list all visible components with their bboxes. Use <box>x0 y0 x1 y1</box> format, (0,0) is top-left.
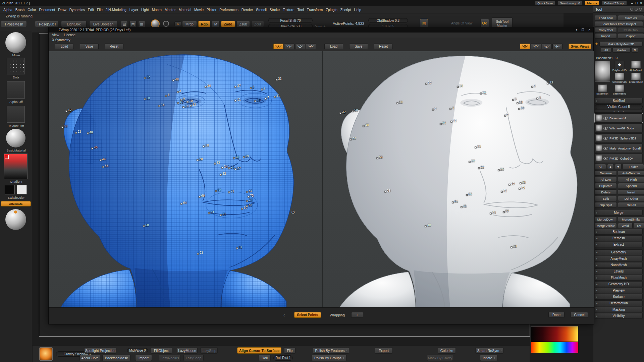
menu-dynamics[interactable]: Dynamics <box>69 8 85 12</box>
correspondence-point[interactable]: 6 <box>165 95 167 97</box>
menu-preferences[interactable]: Preferences <box>219 8 238 12</box>
eye-icon[interactable] <box>603 157 608 160</box>
correspondence-point[interactable]: 26 <box>228 168 230 169</box>
zwrap-viewport-target[interactable]: 1234361333024513342509411910484456132022… <box>323 51 594 308</box>
split-button[interactable]: Split <box>595 196 617 201</box>
delete-button[interactable]: Delete <box>595 189 617 195</box>
flip-button[interactable]: Flip <box>284 347 296 354</box>
roll-button[interactable]: Roll <box>259 355 271 361</box>
correspondence-point[interactable]: 65 <box>520 182 521 184</box>
polish-by-groups-button[interactable]: Polish By Groups <box>312 355 346 361</box>
export-button[interactable]: Export <box>375 347 393 354</box>
visible-count-slider[interactable]: Visible Count 5 <box>595 104 643 109</box>
recent-tool-eraserbrush[interactable]: EraserBrush <box>628 73 644 83</box>
correspondence-point[interactable]: 30 <box>144 99 146 100</box>
menu-material[interactable]: Material <box>179 8 191 12</box>
prev-step-arrow[interactable]: ‹ <box>283 312 285 318</box>
tool-palette-header[interactable]: Tool <box>593 6 644 13</box>
correspondence-point[interactable]: 1 <box>532 86 533 88</box>
section-geometry-hd[interactable]: ▸Geometry HD <box>595 281 643 287</box>
polish-by-features-button[interactable]: Polish By Features <box>313 347 349 354</box>
del-other-button[interactable]: Del Other <box>618 196 644 201</box>
correspondence-point[interactable]: 3 <box>536 98 538 99</box>
correspondence-point[interactable]: 20 <box>469 161 471 163</box>
zadd-button[interactable]: Zadd <box>221 21 235 27</box>
obj-shadow-slider[interactable]: ObjShadow 0.3 <box>368 18 408 23</box>
correspondence-point[interactable]: 52 <box>75 132 77 133</box>
mergedown-button[interactable]: MergeDown <box>595 217 617 222</box>
window-close-icon[interactable]: × <box>640 1 642 5</box>
correspondence-point[interactable]: 64 <box>181 203 182 205</box>
section-deformation[interactable]: ▸Deformation <box>595 300 643 306</box>
correspondence-point[interactable]: 30 <box>397 103 398 104</box>
autoreorder-button[interactable]: AutoReorder <box>618 170 644 176</box>
section-layers[interactable]: ▸Layers <box>595 268 643 274</box>
projection-master-icon[interactable]: Qo <box>480 19 489 27</box>
correspondence-point[interactable]: 42 <box>65 111 67 112</box>
palette-circle-icon[interactable] <box>635 8 638 11</box>
section-geometry[interactable]: ▸Geometry <box>595 249 643 255</box>
grp-split-button[interactable]: Grp Split <box>595 202 617 207</box>
correspondence-point[interactable]: 9 <box>504 115 506 116</box>
axis-button-z[interactable]: >Z< <box>542 44 552 49</box>
eye-icon[interactable] <box>603 117 608 120</box>
correspondence-point[interactable]: 64 <box>452 202 454 203</box>
correspondence-point[interactable]: 94 <box>440 123 441 125</box>
rgb-button[interactable]: Rgb <box>198 21 210 27</box>
eye-icon[interactable] <box>603 147 608 150</box>
subtool-row-pm3d-cube3d4[interactable]: PM3D_Cube3D4 <box>595 154 643 163</box>
load-tool-button[interactable]: Load Tool <box>595 15 617 20</box>
correspondence-point[interactable]: 63 <box>511 247 513 248</box>
correspondence-point[interactable]: 44 <box>100 159 101 161</box>
menu-picker[interactable]: Picker <box>207 8 216 12</box>
menu-draw[interactable]: Draw <box>58 8 66 12</box>
axis-button-z[interactable]: >Z< <box>295 44 305 49</box>
lazymouse-button[interactable]: LazyMouse <box>177 347 198 354</box>
axis-button-x[interactable]: >X< <box>273 44 283 49</box>
mrgb-button[interactable]: Mrgb <box>182 21 197 27</box>
correspondence-point[interactable]: 66 <box>199 196 200 198</box>
stroke-thumbnail[interactable] <box>7 58 25 74</box>
window-maximize-icon[interactable]: ❐ <box>635 1 638 5</box>
color-gradient-panel[interactable] <box>531 326 578 353</box>
next-step-arrow[interactable]: › <box>351 312 363 318</box>
correspondence-point[interactable]: 56 <box>377 157 378 159</box>
correspondence-point[interactable]: 18 <box>203 146 205 147</box>
save-as-button[interactable]: Save As <box>618 15 644 20</box>
weld-button[interactable]: Weld <box>618 223 633 228</box>
goz-visible-button[interactable]: Visible <box>612 47 631 53</box>
section-boolean[interactable]: ▸Boolean <box>595 229 643 235</box>
axis-button-y[interactable]: >Y< <box>531 44 541 49</box>
lazyradius-button[interactable]: LazyRadius <box>159 355 181 361</box>
zwrap-load-mid-button[interactable]: Load <box>324 44 343 49</box>
correspondence-point[interactable]: 71 <box>228 192 230 193</box>
zwrap-minimize-icon[interactable]: ▾ <box>576 28 578 32</box>
goz-r-button[interactable]: R <box>632 47 638 53</box>
correspondence-point[interactable]: 13 <box>475 147 477 148</box>
fillobject-button[interactable]: FillObject <box>151 347 172 354</box>
menu-brush[interactable]: Brush <box>15 8 24 12</box>
section-surface[interactable]: ▸Surface <box>595 294 643 300</box>
accucurve-button[interactable]: AccuCurve <box>79 355 100 361</box>
append-button[interactable]: Append <box>618 183 644 188</box>
correspondence-point[interactable]: 3 <box>261 89 263 90</box>
stroke-circle-icon[interactable] <box>163 21 169 27</box>
menu-transform[interactable]: Transform <box>307 8 323 12</box>
correspondence-point[interactable]: 60 <box>143 226 145 227</box>
correspondence-point[interactable]: 69 <box>241 208 243 209</box>
correspondence-point[interactable]: 33 <box>547 82 549 84</box>
zwrap-save-mid-button[interactable]: Save <box>349 44 368 49</box>
focal-shift-slider[interactable]: Focal Shift 70 <box>268 18 313 23</box>
import-button[interactable]: Import <box>135 355 152 361</box>
insert-button[interactable]: Insert <box>618 189 644 195</box>
correspondence-point[interactable]: 61 <box>461 206 463 208</box>
correspondence-point[interactable]: 4 <box>450 108 451 110</box>
correspondence-point[interactable]: 56 <box>103 166 104 168</box>
correspondence-point[interactable]: 27 <box>235 168 236 170</box>
quicksave-button[interactable]: QuickSave <box>535 1 555 5</box>
zwrap-menu-license[interactable]: License <box>64 33 75 37</box>
menu-jin-modeling[interactable]: JIN-Modeling <box>106 8 126 12</box>
correspondence-point[interactable]: 11 <box>235 100 236 102</box>
palette-circle-icon[interactable] <box>630 8 633 11</box>
default-zscript-button[interactable]: DefaultZScript <box>602 1 627 5</box>
